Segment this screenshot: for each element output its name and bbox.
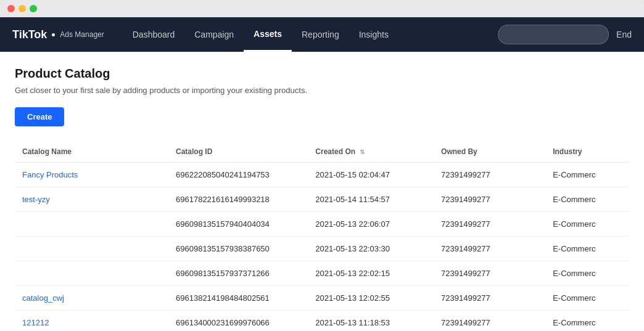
cell-industry: E-Commerc [545, 187, 629, 212]
logo-brand: TikTok [12, 28, 47, 41]
cell-name[interactable]: 121212 [15, 311, 168, 332]
nav-insights[interactable]: Insights [349, 17, 398, 52]
create-button[interactable]: Create [15, 107, 64, 126]
col-header-id: Catalog ID [168, 141, 308, 163]
cell-industry: E-Commerc [545, 163, 629, 187]
logo: TikTok Ads Manager [12, 28, 104, 41]
sort-icon: ⇅ [360, 149, 365, 155]
cell-id: 696178221616149993218 [168, 187, 308, 212]
cell-id: 696222085040241194753 [168, 163, 308, 187]
search-input[interactable] [498, 25, 609, 44]
cell-industry: E-Commerc [545, 286, 629, 311]
cell-created: 2021-05-13 22:02:15 [308, 261, 434, 286]
nav-end-label: End [609, 30, 632, 39]
nav-campaign[interactable]: Campaign [184, 17, 244, 52]
cell-id: 696138214198484802561 [168, 286, 308, 311]
nav-reporting[interactable]: Reporting [292, 17, 349, 52]
close-dot[interactable] [7, 5, 15, 12]
navbar: TikTok Ads Manager Dashboard Campaign As… [0, 17, 644, 52]
logo-dot [52, 33, 55, 36]
cell-name[interactable]: catalog_cwj [15, 286, 168, 311]
cell-industry: E-Commerc [545, 212, 629, 237]
minimize-dot[interactable] [19, 5, 26, 12]
nav-dashboard[interactable]: Dashboard [123, 17, 185, 52]
cell-id: 696134000231699976066 [168, 311, 308, 332]
cell-industry: E-Commerc [545, 237, 629, 261]
table-header: Catalog Name Catalog ID Created On ⇅ Own… [15, 141, 629, 163]
cell-id: 696098135157940404034 [168, 212, 308, 237]
logo-sub: Ads Manager [60, 30, 104, 39]
page-title: Product Catalog [15, 67, 629, 81]
cell-name[interactable]: Fancy Products [15, 163, 168, 187]
table-row: 6960981351579373712662021-05-13 22:02:15… [15, 261, 629, 286]
maximize-dot[interactable] [30, 5, 37, 12]
table-row: 6960981351579383876502021-05-13 22:03:30… [15, 237, 629, 261]
cell-owned: 72391499277 [434, 286, 545, 311]
titlebar [0, 0, 644, 17]
table-row: catalog_cwj6961382141984848025612021-05-… [15, 286, 629, 311]
cell-owned: 72391499277 [434, 163, 545, 187]
cell-owned: 72391499277 [434, 212, 545, 237]
col-header-name: Catalog Name [15, 141, 168, 163]
cell-id: 696098135157937371266 [168, 261, 308, 286]
table-row: Fancy Products6962220850402411947532021-… [15, 163, 629, 187]
cell-owned: 72391499277 [434, 311, 545, 332]
catalog-table-container: Catalog Name Catalog ID Created On ⇅ Own… [15, 141, 629, 331]
main-content: Product Catalog Get closer to your first… [0, 52, 644, 331]
table-body: Fancy Products6962220850402411947532021-… [15, 163, 629, 332]
cell-owned: 72391499277 [434, 261, 545, 286]
col-header-created[interactable]: Created On ⇅ [308, 141, 434, 163]
table-row: 6960981351579404040342021-05-13 22:06:07… [15, 212, 629, 237]
cell-name [15, 212, 168, 237]
nav-assets[interactable]: Assets [244, 17, 292, 52]
cell-created: 2021-05-13 12:02:55 [308, 286, 434, 311]
catalog-table: Catalog Name Catalog ID Created On ⇅ Own… [15, 141, 629, 331]
table-row: test-yzy6961782216161499932182021-05-14 … [15, 187, 629, 212]
cell-name[interactable]: test-yzy [15, 187, 168, 212]
col-header-owned: Owned By [434, 141, 545, 163]
col-header-industry: Industry [545, 141, 629, 163]
cell-industry: E-Commerc [545, 261, 629, 286]
cell-owned: 72391499277 [434, 187, 545, 212]
cell-name [15, 261, 168, 286]
cell-created: 2021-05-13 22:03:30 [308, 237, 434, 261]
cell-created: 2021-05-13 11:18:53 [308, 311, 434, 332]
app-window: TikTok Ads Manager Dashboard Campaign As… [0, 0, 644, 331]
cell-created: 2021-05-14 11:54:57 [308, 187, 434, 212]
page-description: Get closer to your first sale by adding … [15, 86, 629, 95]
cell-created: 2021-05-15 02:04:47 [308, 163, 434, 187]
cell-name [15, 237, 168, 261]
cell-owned: 72391499277 [434, 237, 545, 261]
cell-id: 696098135157938387650 [168, 237, 308, 261]
cell-created: 2021-05-13 22:06:07 [308, 212, 434, 237]
table-row: 1212126961340002316999760662021-05-13 11… [15, 311, 629, 332]
cell-industry: E-Commerc [545, 311, 629, 332]
